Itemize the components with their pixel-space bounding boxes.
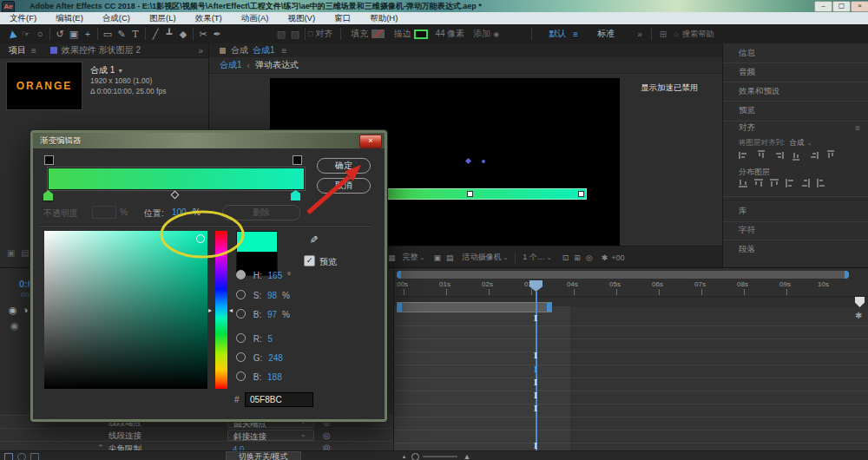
menu-composition[interactable]: 合成(C) [102, 12, 130, 24]
add-label[interactable]: 添加 [473, 28, 490, 40]
opacity-stop-left[interactable] [44, 155, 54, 165]
align-top-icon[interactable] [792, 150, 799, 161]
saturation-row[interactable]: S: 98 % [236, 290, 290, 300]
hand-tool-icon[interactable]: ☞ [19, 29, 33, 40]
camera-view-select[interactable]: 活动摄像机 [462, 252, 501, 263]
grid-icon[interactable]: ⊞ [574, 253, 581, 262]
align-bottom-icon[interactable] [827, 150, 834, 161]
cancel-button[interactable]: 取消 [317, 178, 371, 194]
gradient-end-handle[interactable] [482, 160, 485, 163]
audio-mute-icon[interactable]: ◑ [23, 305, 29, 315]
keyframe-ibeam[interactable]: I [532, 352, 539, 360]
menu-animation[interactable]: 动画(A) [241, 12, 269, 24]
position-value[interactable]: 100 [172, 207, 187, 217]
workspace-default-tab[interactable]: 默认 [549, 28, 566, 40]
stroke-label[interactable]: 描边 [393, 28, 411, 40]
green-radio[interactable] [236, 352, 246, 362]
toggle-switches-button[interactable]: 切换开关/模式 [226, 451, 301, 460]
red-row[interactable]: R: 5 [236, 333, 273, 344]
search-input[interactable] [681, 29, 745, 39]
blue-row[interactable]: B: 188 [236, 371, 282, 382]
camera-tool-icon[interactable]: ▣ [67, 29, 81, 40]
align-panel-menu-icon[interactable]: ≡ [855, 123, 860, 133]
snap-checkbox[interactable]: □ [308, 30, 312, 38]
menu-edit[interactable]: 编辑(E) [56, 12, 83, 24]
video-visibility-icon[interactable]: ◉ [9, 305, 17, 316]
align-right-icon[interactable] [773, 152, 784, 159]
dist-vcenter-icon[interactable] [754, 179, 763, 187]
panel-libraries[interactable]: 库 [723, 200, 868, 222]
exposure-value[interactable]: +00 [611, 253, 624, 262]
menu-layer[interactable]: 图层(L) [149, 12, 176, 24]
dist-left-icon[interactable] [786, 179, 794, 187]
channel-icon[interactable]: ▦ [388, 253, 396, 262]
dist-right-icon[interactable] [817, 179, 825, 187]
dist-top-icon[interactable] [739, 179, 747, 187]
eyedropper-icon[interactable]: ✎ [307, 235, 319, 244]
align-left-icon[interactable] [739, 152, 749, 159]
project-footer-icon-b[interactable]: ▤ [21, 248, 29, 258]
ok-button[interactable]: 确定 [317, 158, 371, 174]
workspace-standard-tab[interactable]: 标准 [597, 28, 615, 40]
gradient-midpoint-handle[interactable] [467, 191, 473, 197]
saturation-radio[interactable] [236, 290, 246, 299]
workspace-overflow[interactable]: » [637, 30, 642, 39]
add-menu-icon[interactable]: ◉ [493, 30, 499, 38]
close-button[interactable]: × [851, 1, 868, 12]
align-hcenter-icon[interactable] [758, 150, 765, 161]
roto-brush-tool-icon[interactable]: ✂ [196, 29, 210, 40]
stroke-swatch[interactable] [414, 30, 428, 39]
hue-arrow-right-icon[interactable]: ◂ [229, 306, 233, 314]
tab-effect-controls[interactable]: 效果控件 形状图层 2 [62, 44, 141, 56]
exposure-gear-icon[interactable]: ✱ [602, 253, 608, 262]
shape-gradient-bar[interactable] [385, 188, 587, 200]
keyframe-ibeam[interactable]: I [532, 314, 539, 323]
comp-caret-icon[interactable]: ▼ [117, 68, 123, 74]
panel-preview[interactable]: 预览 [723, 101, 868, 122]
align-to-select[interactable]: 合成 [789, 138, 804, 148]
layer-in-handle[interactable] [398, 303, 402, 312]
breadcrumb-item[interactable]: 弹动表达式 [255, 59, 299, 71]
keyframe-ibeam-selected[interactable]: I [532, 365, 539, 374]
color-field-cursor[interactable] [196, 234, 205, 243]
tab-project[interactable]: 项目 [9, 44, 26, 56]
timeline-zoom-knob[interactable] [411, 453, 419, 460]
rotate-tool-icon[interactable]: ↺ [53, 29, 67, 40]
color-field[interactable] [44, 231, 207, 389]
layer-out-handle[interactable] [547, 303, 551, 312]
layer-bar[interactable] [397, 302, 552, 312]
panel-audio[interactable]: 音频 [723, 62, 868, 82]
dialog-close-button[interactable]: × [359, 135, 382, 148]
opacity-stop-right[interactable] [293, 155, 302, 165]
hex-input[interactable]: 05F8BC [245, 392, 313, 407]
color-stop-right-selected[interactable] [291, 190, 300, 200]
fill-label[interactable]: 填充 [351, 28, 368, 40]
resolution-select[interactable]: 完整 [403, 252, 418, 263]
menu-file[interactable]: 文件(F) [10, 12, 36, 24]
solo-eye-icon[interactable]: ◉ [10, 320, 19, 332]
work-area-bar[interactable] [397, 271, 849, 279]
pan-behind-tool-icon[interactable]: + [81, 29, 95, 39]
graph-editor-icon[interactable] [30, 453, 39, 460]
keyframe-ibeam[interactable]: I [532, 378, 539, 387]
mask-icon[interactable]: ◎ [586, 253, 593, 262]
comp-button-icon[interactable]: ✱ [855, 311, 862, 320]
type-tool-icon[interactable]: T [128, 29, 142, 40]
hue-slider[interactable] [215, 231, 227, 389]
pixel-aspect-icon[interactable]: ⊡ [562, 253, 569, 262]
transparency-grid-icon[interactable]: ▤ [446, 253, 454, 262]
hue-arrow-left-icon[interactable]: ▸ [208, 306, 212, 314]
keyframe-ibeam[interactable]: I [532, 404, 539, 413]
dialog-title-bar[interactable]: 渐变编辑器 [33, 133, 385, 148]
project-tab-overflow[interactable]: » [198, 46, 203, 56]
property-row-line-join[interactable]: 线段连接 斜接连接 ⌄ ◎ [0, 428, 393, 442]
project-footer-icon-a[interactable]: ▣ [7, 248, 15, 258]
comp-panel-menu-icon[interactable]: ≡ [282, 46, 287, 56]
work-area-end-handle[interactable] [845, 271, 849, 279]
menu-effect[interactable]: 效果(T) [195, 12, 222, 24]
color-stop-left[interactable] [43, 190, 53, 202]
keyframe-ibeam[interactable]: I [532, 442, 539, 450]
dist-bottom-icon[interactable] [770, 179, 779, 187]
breadcrumb-comp[interactable]: 合成1 [220, 59, 242, 71]
project-panel-menu-icon[interactable]: ≡ [31, 46, 36, 56]
